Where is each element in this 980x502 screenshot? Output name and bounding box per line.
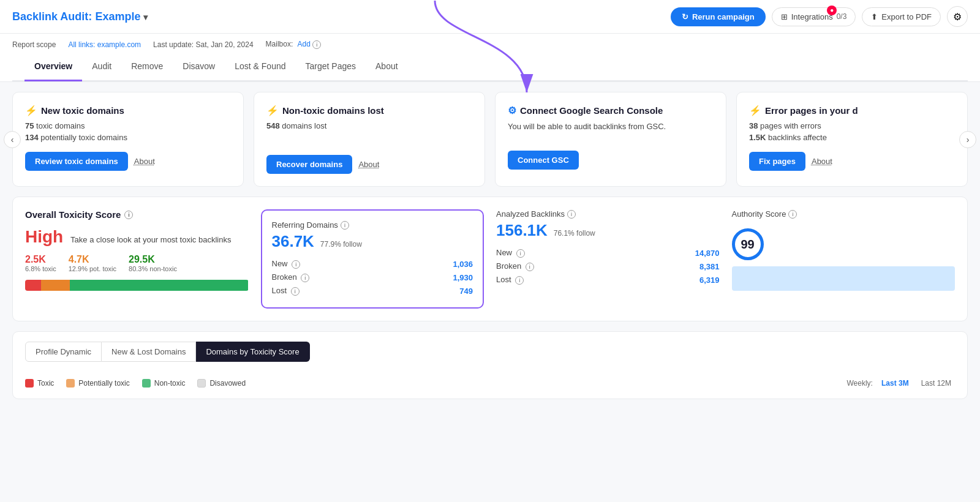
authority-val: 99 [741, 238, 754, 252]
meta-info: Report scope All links: example.com Last… [12, 36, 968, 53]
analyzed-new-info[interactable]: i [516, 249, 525, 258]
card4-about-button[interactable]: About [812, 157, 832, 166]
tab-profile-dynamic[interactable]: Profile Dynamic [25, 342, 102, 362]
connect-gsc-button[interactable]: Connect GSC [508, 151, 579, 170]
tab-new-lost-domains[interactable]: New & Lost Domains [102, 342, 196, 362]
analyzed-lost-info[interactable]: i [515, 276, 524, 285]
legend-dot-nontoxic [142, 379, 151, 388]
tab-audit[interactable]: Audit [82, 53, 121, 81]
referring-lost-label: Lost i [272, 286, 300, 296]
toxicity-stats: 2.5K 6.8% toxic 4.7K 12.9% pot. toxic 29… [25, 254, 249, 272]
gear-icon-3: ⚙ [508, 105, 516, 116]
chart-legend-row: Toxic Potentially toxic Non-toxic Disavo… [25, 378, 955, 389]
legend-dot-toxic [25, 379, 34, 388]
legend-toxic-label: Toxic [37, 379, 54, 388]
referring-domains-box: Referring Domains i 36.7K 77.9% follow N… [261, 209, 484, 309]
export-label: Export to PDF [881, 12, 932, 21]
toxic-label: 6.8% toxic [25, 265, 56, 272]
project-dropdown-chevron[interactable]: ▾ [143, 12, 148, 22]
authority-score-col: Authority Score i 99 [732, 209, 956, 309]
export-icon: ⬆ [871, 12, 878, 21]
card2-actions: Recover domains About [266, 155, 472, 174]
app-title: Backlink Audit: Example ▾ [12, 10, 148, 23]
toxicity-left: Overall Toxicity Score i High Take a clo… [25, 209, 249, 309]
tab-overview[interactable]: Overview [24, 53, 82, 81]
card2-about-button[interactable]: About [358, 160, 379, 169]
pot-toxic-label: 12.9% pot. toxic [69, 265, 116, 272]
lightning-icon-4: ⚡ [749, 105, 761, 116]
tab-remove[interactable]: Remove [121, 53, 173, 81]
fix-pages-button[interactable]: Fix pages [749, 152, 805, 171]
analyzed-rows: New i 14,870 Broken i 8,381 Lost i [496, 246, 720, 287]
meta-bar: Report scope All links: example.com Last… [0, 34, 980, 82]
authority-info-icon[interactable]: i [788, 210, 797, 219]
time-label: Weekly: [846, 379, 872, 388]
referring-new-val: 1,036 [453, 260, 473, 269]
analyzed-broken-info[interactable]: i [526, 263, 534, 271]
top-bar-right: ↻ Rerun campaign ⊞ Integrations 0/3 ● ⬆ … [671, 6, 968, 27]
tab-target-pages[interactable]: Target Pages [296, 53, 366, 81]
cards-next-button[interactable]: › [959, 131, 976, 148]
analyzed-lost-label: Lost i [496, 275, 524, 285]
referring-broken-row: Broken i 1,930 [272, 271, 473, 284]
card4-stat1: 38 pages with errors [749, 121, 955, 130]
add-mailbox[interactable]: Add [298, 40, 311, 48]
rerun-icon: ↻ [682, 12, 688, 21]
legend-non-toxic: Non-toxic [142, 379, 186, 388]
top-bar: Backlink Audit: Example ▾ ↻ Rerun campai… [0, 0, 980, 34]
referring-broken-info[interactable]: i [301, 274, 309, 282]
referring-new-info[interactable]: i [292, 260, 300, 269]
cards-prev-button[interactable]: ‹ [4, 131, 21, 148]
time-filter-3m[interactable]: Last 3M [878, 378, 913, 389]
tab-about[interactable]: About [366, 53, 408, 81]
tab-lost-found[interactable]: Lost & Found [225, 53, 295, 81]
card1-about-button[interactable]: About [134, 157, 155, 166]
card4-stat2: 1.5K backlinks affecte [749, 133, 955, 142]
referring-lost-val: 749 [459, 287, 473, 296]
analyzed-broken-label: Broken i [496, 261, 534, 271]
authority-header: Authority Score i [732, 209, 956, 219]
referring-lost-info[interactable]: i [291, 287, 300, 296]
referring-broken-label: Broken i [272, 272, 310, 282]
card1-actions: Review toxic domains About [25, 152, 231, 171]
analyzed-new-label: New i [496, 248, 525, 258]
tox-bar-red [25, 280, 41, 291]
rerun-campaign-button[interactable]: ↻ Rerun campaign [671, 7, 766, 26]
tab-disavow[interactable]: Disavow [173, 53, 225, 81]
referring-new-row: New i 1,036 [272, 257, 473, 271]
integrations-count: 0/3 [837, 12, 847, 21]
tox-bar-orange [41, 280, 70, 291]
time-filter-12m[interactable]: Last 12M [918, 378, 955, 389]
referring-info-icon[interactable]: i [341, 221, 349, 230]
tab-domains-by-toxicity[interactable]: Domains by Toxicity Score [196, 342, 309, 362]
cards-row: ⚡ New toxic domains 75 toxic domains 134… [12, 92, 968, 187]
analyzed-info-icon[interactable]: i [567, 210, 576, 219]
referring-broken-val: 1,930 [453, 273, 473, 282]
card3-actions: Connect GSC [508, 151, 714, 170]
time-filters: Weekly: Last 3M Last 12M [846, 378, 955, 389]
review-toxic-domains-button[interactable]: Review toxic domains [25, 152, 128, 171]
legend-row: Toxic Potentially toxic Non-toxic Disavo… [25, 379, 246, 388]
chart-tabs: Profile Dynamic New & Lost Domains Domai… [25, 342, 310, 362]
analyzed-broken-row: Broken i 8,381 [496, 260, 720, 273]
non-toxic-lost-card: ⚡ Non-toxic domains lost 548 domains los… [254, 92, 485, 187]
analyzed-broken-val: 8,381 [699, 262, 720, 271]
card4-title-text: Error pages in your d [765, 105, 858, 116]
export-pdf-button[interactable]: ⬆ Export to PDF [862, 7, 941, 26]
settings-button[interactable]: ⚙ [947, 6, 968, 27]
connect-gsc-card: ⚙ Connect Google Search Console You will… [495, 92, 726, 187]
toxicity-section: Overall Toxicity Score i High Take a clo… [12, 197, 968, 321]
bottom-chart-section: Profile Dynamic New & Lost Domains Domai… [12, 331, 968, 399]
toxicity-info-icon[interactable]: i [124, 211, 133, 219]
project-name: Example [95, 10, 140, 23]
legend-nontoxic-label: Non-toxic [154, 379, 186, 388]
referring-main-val: 36.7K [272, 232, 314, 250]
authority-circle: 99 [732, 228, 764, 260]
analyzed-main: 156.1K 76.1% follow [496, 221, 720, 240]
integrations-button[interactable]: ⊞ Integrations 0/3 ● [772, 7, 856, 26]
nav-tabs: Overview Audit Remove Disavow Lost & Fou… [12, 53, 968, 81]
referring-main: 36.7K 77.9% follow [272, 232, 473, 251]
legend-disavowed-label: Disavowed [209, 379, 246, 388]
recover-domains-button[interactable]: Recover domains [266, 155, 352, 174]
scope-link[interactable]: All links: example.com [68, 40, 141, 49]
